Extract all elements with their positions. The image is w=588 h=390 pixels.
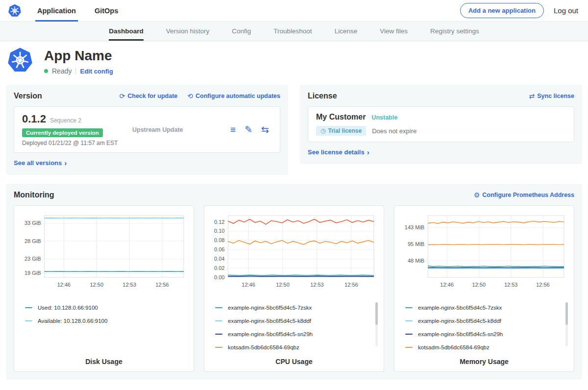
monitoring-links: ⚙ Configure Prometheus Address	[474, 191, 574, 199]
release-notes-icon[interactable]: ≡	[230, 125, 236, 134]
version-card: Version ⟳ Check for update ⟲ Configure a…	[6, 85, 288, 175]
trial-license-label: Trial license	[328, 127, 362, 134]
diff-icon[interactable]: ⇆	[261, 125, 269, 134]
legend-label: example-nginx-5bc6f5d4c5-k8ddf	[418, 318, 501, 324]
legend-label: kotsadm-5db6dc6584-69qbz	[228, 344, 299, 350]
legend-color-dash	[405, 320, 413, 321]
check-for-update-label: Check for update	[127, 93, 177, 99]
svg-text:0.00: 0.00	[214, 274, 224, 280]
legend-scrollbar	[375, 302, 378, 346]
disk-usage-chart-card: 19 GiB23 GiB28 GiB33 GiB12:4612:5012:531…	[14, 205, 194, 372]
monitoring-card: Monitoring ⚙ Configure Prometheus Addres…	[6, 184, 582, 380]
sync-license-link[interactable]: ⇄ Sync license	[529, 92, 574, 100]
subnav-item-registry-settings[interactable]: Registry settings	[430, 22, 479, 41]
svg-text:12:46: 12:46	[57, 282, 71, 288]
legend-color-dash	[405, 347, 413, 348]
license-type-row: ◷ Trial license Does not expire	[316, 126, 566, 136]
tab-gitops[interactable]: GitOps	[95, 0, 118, 22]
top-tabs: Application GitOps	[37, 0, 118, 22]
subnav-item-troubleshoot[interactable]: Troubleshoot	[273, 22, 312, 41]
topnav-right: Add a new application Log out	[460, 3, 578, 18]
version-card-links: ⟳ Check for update ⟲ Configure automatic…	[119, 92, 280, 100]
svg-text:12:56: 12:56	[536, 282, 550, 288]
check-for-update-link[interactable]: ⟳ Check for update	[119, 92, 177, 100]
chevron-right-icon: ›	[64, 159, 67, 167]
see-all-versions-link[interactable]: See all versions ›	[14, 159, 67, 167]
legend-label: example-nginx-5bc6f5d4c5-sn29h	[418, 331, 503, 337]
svg-text:12:50: 12:50	[276, 282, 290, 288]
main-content: Version ⟳ Check for update ⟲ Configure a…	[0, 85, 588, 380]
legend-scrollbar-thumb[interactable]	[565, 302, 568, 325]
see-license-details-label: See license details	[308, 148, 365, 156]
app-status-row: Ready Edit config	[44, 67, 113, 75]
chart-legend: example-nginx-5bc6f5d4c5-7zskxexample-ng…	[400, 301, 568, 354]
chart-legend: example-nginx-5bc6f5d4c5-7zskxexample-ng…	[210, 301, 378, 354]
cards-row: Version ⟳ Check for update ⟲ Configure a…	[6, 85, 582, 175]
subnav-label: Version history	[166, 27, 210, 35]
sync-license-label: Sync license	[537, 93, 574, 99]
legend-color-dash	[215, 334, 222, 335]
config-edit-icon[interactable]: ✎	[245, 125, 252, 134]
subnav-label: View files	[380, 27, 408, 35]
add-application-button[interactable]: Add a new application	[460, 3, 544, 18]
subnav-label: Dashboard	[109, 27, 144, 35]
page-title: App Name	[44, 48, 113, 64]
svg-text:19 GiB: 19 GiB	[24, 270, 41, 276]
svg-text:0.08: 0.08	[214, 237, 224, 243]
edit-config-link[interactable]: Edit config	[80, 68, 113, 75]
gear-icon: ⚙	[474, 191, 480, 199]
chart-legend: Used: 10.128.0.66:9100Available: 10.128.…	[20, 301, 188, 354]
legend-item: example-nginx-5bc6f5d4c5-k8ddf	[405, 314, 564, 327]
svg-text:95 MiB: 95 MiB	[408, 241, 424, 247]
legend-item: example-nginx-5bc6f5d4c5-k8ddf	[215, 314, 374, 327]
page: Application GitOps Add a new application…	[0, 0, 588, 380]
svg-text:28 GiB: 28 GiB	[24, 238, 41, 244]
chart-title: Disk Usage	[20, 358, 188, 366]
configure-automatic-updates-label: Configure automatic updates	[196, 93, 280, 99]
refresh-icon: ⟳	[119, 92, 125, 100]
upstream-update-label: Upstream Update	[127, 126, 230, 133]
subnav-item-config[interactable]: Config	[232, 22, 251, 41]
logout-link[interactable]: Log out	[554, 6, 578, 15]
license-box: My Customer Unstable ◷ Trial license Doe…	[308, 106, 574, 142]
legend-scrollbar-thumb[interactable]	[375, 302, 378, 325]
current-version-box: 0.1.2 Sequence 2 Currently deployed vers…	[14, 106, 280, 153]
version-info: 0.1.2 Sequence 2 Currently deployed vers…	[22, 113, 127, 146]
disk-usage-chart: 19 GiB23 GiB28 GiB33 GiB12:4612:5012:531…	[20, 212, 188, 296]
legend-item: Used: 10.128.0.66:9100	[25, 301, 184, 314]
legend-item: Available: 10.128.0.66:9100	[25, 314, 184, 327]
configure-prometheus-label: Configure Prometheus Address	[482, 192, 574, 198]
legend-label: example-nginx-5bc6f5d4c5-7zskx	[228, 305, 312, 311]
subnav-item-version-history[interactable]: Version history	[166, 22, 210, 41]
memory-usage-chart: 48 MiB95 MiB143 MiB12:4612:5012:5312:56	[400, 212, 568, 296]
svg-text:48 MiB: 48 MiB	[408, 258, 424, 264]
version-number-row: 0.1.2 Sequence 2	[22, 113, 127, 125]
svg-text:12:53: 12:53	[310, 282, 324, 288]
legend-label: kotsadm-5db6dc6584-69qbz	[418, 344, 490, 350]
monitoring-title: Monitoring	[14, 191, 54, 199]
app-header: App Name Ready Edit config	[0, 41, 588, 85]
subnav-item-view-files[interactable]: View files	[380, 22, 408, 41]
subnav-item-license[interactable]: License	[335, 22, 358, 41]
configure-automatic-updates-link[interactable]: ⟲ Configure automatic updates	[187, 92, 280, 100]
chevron-right-icon: ›	[367, 148, 369, 156]
legend-label: example-nginx-5bc6f5d4c5-k8ddf	[228, 318, 311, 324]
subnav-item-dashboard[interactable]: Dashboard	[109, 22, 144, 41]
status-dot-icon	[44, 69, 48, 73]
sync-icon: ⇄	[529, 92, 535, 100]
legend-scrollbar	[565, 302, 568, 346]
version-actions: ≡ ✎ ⇆	[230, 125, 272, 134]
legend-label: Used: 10.128.0.66:9100	[38, 305, 98, 311]
cpu-usage-chart-card: 0.000.020.040.060.080.100.1212:4612:5012…	[204, 205, 384, 372]
legend-color-dash	[405, 334, 413, 335]
legend-color-dash	[25, 307, 32, 308]
app-logo-icon	[7, 47, 33, 75]
configure-prometheus-link[interactable]: ⚙ Configure Prometheus Address	[474, 191, 574, 199]
version-card-header: Version ⟳ Check for update ⟲ Configure a…	[14, 92, 280, 100]
sub-nav: Dashboard Version history Config Trouble…	[0, 22, 588, 41]
tab-application[interactable]: Application	[37, 0, 76, 22]
svg-text:12:50: 12:50	[472, 282, 486, 288]
legend-color-dash	[215, 307, 222, 308]
deployed-version-badge: Currently deployed version	[22, 128, 103, 137]
see-license-details-link[interactable]: See license details ›	[308, 148, 369, 156]
